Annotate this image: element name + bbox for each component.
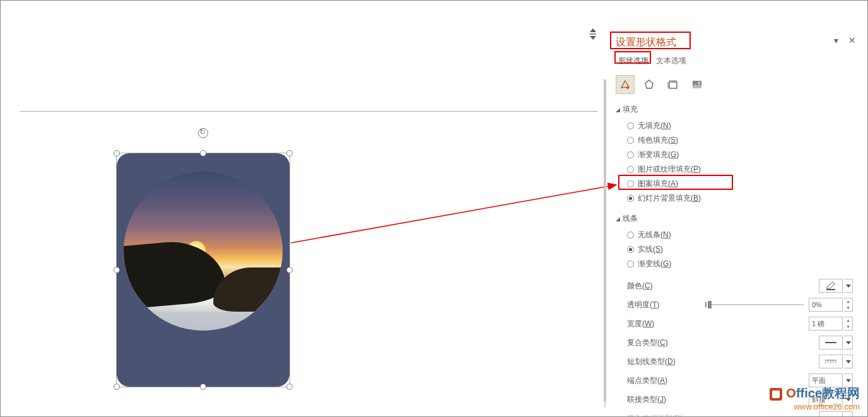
resize-handle-mr[interactable] xyxy=(286,267,293,273)
resize-handle-tm[interactable] xyxy=(200,150,206,156)
resize-handle-bm[interactable] xyxy=(200,384,206,390)
compound-type-picker[interactable] xyxy=(819,336,843,349)
slide-boundary xyxy=(20,111,598,417)
size-properties-icon[interactable] xyxy=(664,75,683,94)
resize-handle-br[interactable] xyxy=(286,384,293,390)
fill-solid[interactable]: 纯色填充(S) xyxy=(627,133,855,148)
dash-type-picker[interactable] xyxy=(819,355,843,368)
watermark: Office教程网 www.office26.com xyxy=(770,385,860,411)
dash-type-dropdown[interactable] xyxy=(844,355,853,368)
line-none[interactable]: 无线条(N) xyxy=(627,228,855,242)
highlight-fill-option xyxy=(618,175,733,190)
compound-type-row: 复合类型(C) xyxy=(609,333,862,352)
svg-point-6 xyxy=(698,82,700,84)
fill-none[interactable]: 无填充(N) xyxy=(627,119,855,133)
collapse-icon: ◢ xyxy=(616,107,620,113)
width-value[interactable]: 1 磅 xyxy=(809,317,843,331)
fill-header-label: 填充 xyxy=(623,104,638,115)
resize-handle-tr[interactable] xyxy=(286,150,293,156)
canvas-scroll[interactable] xyxy=(588,27,598,41)
line-section-header[interactable]: ◢ 线条 xyxy=(609,211,862,226)
transparency-value[interactable]: 0% xyxy=(809,298,843,312)
format-shape-panel: 设置形状格式 形状选项 文本选项 ◢ 填充 无填充(N) 纯色填充(S) 渐变填… xyxy=(609,32,862,411)
line-options: 无线条(N) 实线(S) 渐变线(G) xyxy=(609,226,862,276)
rounded-rect-shape[interactable] xyxy=(117,153,290,387)
line-solid[interactable]: 实线(S) xyxy=(627,242,855,257)
line-color-dropdown[interactable] xyxy=(844,279,853,293)
line-width-row: 宽度(W) 1 磅 ▲▼ xyxy=(609,314,862,333)
circle-image[interactable] xyxy=(124,172,283,331)
resize-handle-bl[interactable] xyxy=(114,384,120,390)
dash-type-row: 短划线类型(D) xyxy=(609,352,862,371)
fill-section-header[interactable]: ◢ 填充 xyxy=(609,102,862,117)
tab-text-options[interactable]: 文本选项 xyxy=(656,56,686,66)
svg-rect-7 xyxy=(826,289,835,290)
svg-rect-2 xyxy=(669,82,677,88)
line-gradient[interactable]: 渐变线(G) xyxy=(627,257,855,271)
slide-canvas[interactable] xyxy=(2,2,598,416)
transparency-spinner[interactable]: ▲▼ xyxy=(844,298,853,312)
resize-handle-tl[interactable] xyxy=(114,150,120,156)
resize-handle-ml[interactable] xyxy=(114,267,120,273)
watermark-icon xyxy=(770,388,782,401)
line-header-label: 线条 xyxy=(623,213,638,224)
fill-options: 无填充(N) 纯色填充(S) 渐变填充(G) 图片或纹理填充(P) 图案填充(A… xyxy=(609,117,862,211)
width-spinner[interactable]: ▲▼ xyxy=(844,317,853,331)
highlight-title xyxy=(610,32,691,49)
transparency-slider[interactable] xyxy=(708,304,804,305)
fill-gradient[interactable]: 渐变填充(G) xyxy=(627,148,855,162)
picture-icon[interactable] xyxy=(688,75,707,94)
line-color-picker[interactable] xyxy=(819,279,843,293)
collapse-icon: ◢ xyxy=(616,216,620,222)
highlight-tab xyxy=(614,51,651,64)
selected-shape[interactable] xyxy=(117,153,290,387)
watermark-url: www.office26.com xyxy=(770,402,860,411)
fill-line-icon[interactable] xyxy=(616,75,635,94)
rotate-handle[interactable] xyxy=(198,128,208,138)
compound-type-dropdown[interactable] xyxy=(844,336,853,349)
line-transparency-row: 透明度(T) 0% ▲▼ xyxy=(609,295,862,314)
line-color-row: 颜色(C) xyxy=(609,276,862,295)
fill-slide-background[interactable]: 幻灯片背景填充(B) xyxy=(627,191,855,206)
arrow-begin-dropdown xyxy=(844,411,853,417)
svg-point-1 xyxy=(626,86,629,89)
panel-scrollbar[interactable] xyxy=(604,79,606,408)
arrow-begin-picker xyxy=(819,411,843,417)
category-icons xyxy=(609,70,862,102)
effects-icon[interactable] xyxy=(640,75,659,94)
